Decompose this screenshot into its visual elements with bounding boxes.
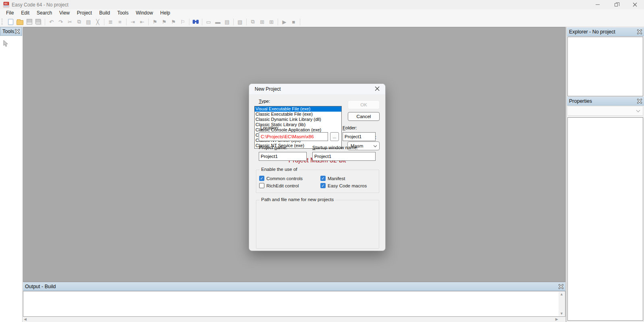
properties-object-select[interactable]	[567, 106, 643, 116]
chevron-down-icon	[374, 143, 377, 147]
toolbar-grip[interactable]	[2, 19, 4, 25]
menu-edit[interactable]: Edit	[17, 9, 33, 17]
checkbox-manifest[interactable]: Manifest	[320, 176, 377, 181]
minimize-button[interactable]	[588, 0, 607, 9]
toggle-bookmark-icon[interactable]: ⚑	[150, 18, 160, 26]
assemble-icon[interactable]: ⊞	[258, 18, 267, 26]
explorer-tree[interactable]	[567, 37, 643, 96]
close-button[interactable]	[625, 0, 644, 9]
new-window-icon[interactable]: ▭	[204, 18, 213, 26]
delete-icon[interactable]: ╳	[93, 18, 102, 26]
checkbox-box[interactable]	[259, 183, 264, 188]
menu-tools[interactable]: Tools	[114, 9, 132, 17]
new-file-icon[interactable]	[6, 18, 15, 26]
new-dialog-icon[interactable]: ▬	[213, 18, 222, 26]
previous-bookmark-icon[interactable]: ⚑	[169, 18, 178, 26]
titlebar: EC Easy Code 64 - No project	[0, 0, 644, 9]
type-option[interactable]: Visual Executable File (exe)	[255, 106, 341, 112]
scroll-down-icon[interactable]: ▼	[560, 311, 563, 316]
cancel-button[interactable]: Cancel	[348, 112, 380, 121]
scroll-right-icon[interactable]: ▶	[555, 317, 558, 322]
path-group-label: Path and file name for new projects	[260, 197, 335, 202]
next-bookmark-icon[interactable]: ⚑	[160, 18, 169, 26]
explorer-close-button[interactable]	[637, 29, 642, 34]
folder-field[interactable]	[343, 132, 376, 141]
startup-window-name-field[interactable]	[312, 152, 376, 161]
toolbar-separator	[189, 19, 189, 25]
window-properties-icon[interactable]: ▧	[235, 18, 245, 26]
checkbox-richedit-control[interactable]: RichEdit control	[259, 183, 320, 188]
path-group: Path and file name for new projects	[256, 200, 379, 249]
paste-icon[interactable]: ▤	[84, 18, 93, 26]
dialog-close-button[interactable]	[375, 86, 380, 92]
properties-grid[interactable]	[567, 117, 643, 321]
scroll-left-icon[interactable]: ◀	[24, 317, 27, 322]
close-icon	[15, 29, 20, 34]
tools-close-button[interactable]	[15, 29, 20, 34]
menu-search[interactable]: Search	[33, 9, 56, 17]
uncomment-block-icon[interactable]: ≡	[115, 18, 125, 26]
tools-panel: Tools	[0, 27, 23, 322]
toolbar: ↶↷✂⧉▤╳≣≡⇥⇤⚑⚑⚑⚐▭▬▤▧⧉⊞⊞▶■	[0, 17, 644, 27]
checkbox-box[interactable]	[320, 176, 326, 181]
pointer-tool[interactable]	[3, 40, 8, 48]
output-horizontal-scrollbar[interactable]: ◀ ▶	[23, 317, 565, 322]
menu-file[interactable]: File	[2, 9, 17, 17]
enable-group: Enable the use of Common controls Manife…	[256, 170, 379, 193]
redo-icon[interactable]: ↷	[56, 18, 65, 26]
output-log[interactable]: ▲ ▼	[23, 291, 565, 317]
run-icon[interactable]: ▶	[280, 18, 289, 26]
tools-panel-title: Tools	[2, 29, 14, 34]
easy-code-window: EC Easy Code 64 - No project FileEditSea…	[0, 0, 644, 322]
right-panel-column: Explorer - No project Properties	[566, 27, 644, 322]
menu-project[interactable]: Project	[73, 9, 96, 17]
folder-label: Folder:	[343, 125, 357, 130]
project-name-field[interactable]	[259, 152, 307, 161]
unindent-icon[interactable]: ⇤	[137, 18, 147, 26]
toolbar-separator	[126, 19, 127, 25]
enable-group-label: Enable the use of	[260, 167, 299, 172]
close-icon	[375, 86, 380, 91]
scroll-up-icon[interactable]: ▲	[560, 292, 563, 297]
menu-view[interactable]: View	[56, 9, 73, 17]
ok-button[interactable]: OK	[348, 100, 380, 109]
checkbox-common-controls[interactable]: Common controls	[259, 176, 320, 181]
menu-build[interactable]: Build	[96, 9, 114, 17]
menu-help[interactable]: Help	[157, 9, 174, 17]
save-all-icon[interactable]	[34, 18, 43, 26]
toolbar-separator	[233, 19, 234, 25]
type-option[interactable]: Classic Executable File (exe)	[255, 112, 341, 117]
save-icon[interactable]	[25, 18, 34, 26]
restore-button[interactable]	[607, 0, 625, 9]
cut-icon[interactable]: ✂	[65, 18, 75, 26]
checkbox-easy-code-macros[interactable]: Easy Code macros	[320, 183, 377, 188]
open-file-icon[interactable]	[15, 18, 25, 26]
type-label: Type:	[259, 99, 270, 104]
new-document-icon[interactable]: ▤	[222, 18, 232, 26]
output-vertical-scrollbar[interactable]: ▲ ▼	[559, 292, 565, 316]
checkbox-box[interactable]	[320, 183, 326, 188]
stop-icon[interactable]: ■	[289, 18, 298, 26]
build-icon[interactable]: ⊞	[267, 18, 276, 26]
properties-close-button[interactable]	[637, 99, 642, 104]
close-icon	[559, 284, 563, 289]
explorer-panel-header: Explorer - No project	[567, 27, 644, 36]
output-close-button[interactable]	[559, 284, 563, 289]
location-field[interactable]	[259, 132, 328, 141]
browse-button[interactable]: ...	[330, 132, 339, 141]
find-icon[interactable]	[191, 18, 200, 26]
close-icon	[633, 2, 637, 7]
undo-icon[interactable]: ↶	[47, 18, 56, 26]
comment-block-icon[interactable]: ≣	[106, 18, 115, 26]
restore-icon	[615, 3, 618, 6]
type-option[interactable]: Classic Dynamic Link Library (dll)	[255, 117, 341, 122]
menu-window[interactable]: Window	[132, 9, 157, 17]
compile-icon[interactable]: ⧉	[248, 18, 258, 26]
checkbox-box[interactable]	[259, 176, 264, 181]
indent-icon[interactable]: ⇥	[128, 18, 137, 26]
properties-panel-title: Properties	[569, 98, 592, 104]
clear-bookmarks-icon[interactable]: ⚐	[178, 18, 187, 26]
copy-icon[interactable]: ⧉	[75, 18, 84, 26]
close-icon	[637, 99, 642, 104]
location-label: Location:	[260, 125, 279, 130]
